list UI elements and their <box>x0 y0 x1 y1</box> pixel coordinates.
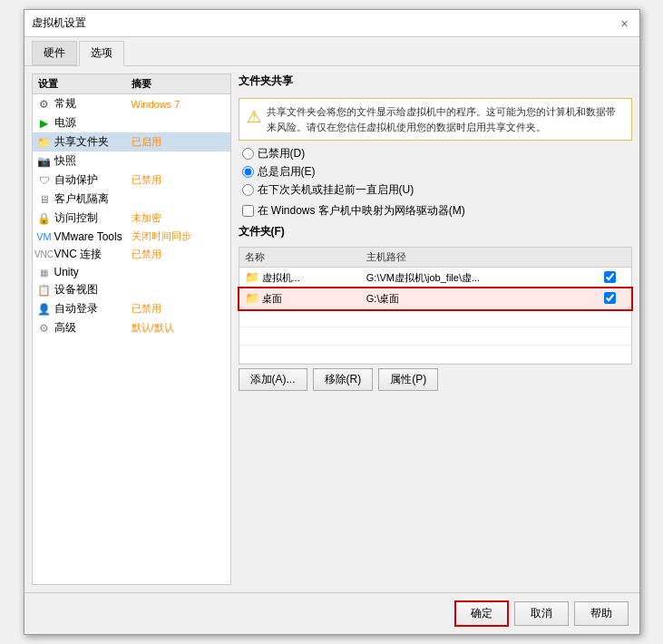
radio-next-shutdown[interactable]: 在下次关机或挂起前一直启用(U) <box>242 182 632 198</box>
content-area: 设置 摘要 ⚙ 常规 Windows 7 ▶ 电源 <box>24 66 639 592</box>
tab-bar: 硬件 选项 <box>24 37 639 66</box>
folder-section: 文件夹(F) 名称 主机路径 <box>239 224 632 391</box>
sidebar-item-access[interactable]: 🔒 访问控制 未加密 <box>33 209 230 228</box>
access-icon: 🔒 <box>38 212 51 225</box>
folder-table-empty-3 <box>239 346 631 364</box>
map-network-drive-checkbox[interactable]: 在 Windows 客户机中映射为网络驱动器(M) <box>239 203 632 219</box>
warning-text: 共享文件夹会将您的文件显示给虚拟机中的程序。这可能为您的计算机和数据带来风险。请… <box>267 104 624 134</box>
confirm-button[interactable]: 确定 <box>454 600 509 627</box>
radio-disabled[interactable]: 已禁用(D) <box>242 146 632 161</box>
unity-icon: ▦ <box>38 266 51 278</box>
folder-table-row-1[interactable]: 📁 虚拟机... G:\VM虚拟机\job_file\虚... <box>239 268 631 288</box>
remove-folder-button[interactable]: 移除(R) <box>313 368 374 391</box>
autologin-icon: 👤 <box>38 303 51 316</box>
right-panel: 文件夹共享 ⚠ 共享文件夹会将您的文件显示给虚拟机中的程序。这可能为您的计算机和… <box>239 73 632 585</box>
sidebar-item-vnc[interactable]: VNC VNC 连接 已禁用 <box>33 245 230 264</box>
cancel-button[interactable]: 取消 <box>514 601 569 626</box>
radio-always-input[interactable] <box>242 166 254 178</box>
folder-button-row: 添加(A)... 移除(R) 属性(P) <box>239 368 632 391</box>
warning-icon: ⚠ <box>247 105 261 134</box>
radio-always[interactable]: 总是启用(E) <box>242 164 632 180</box>
sidebar-item-deviceview[interactable]: 📋 设备视图 <box>33 280 230 299</box>
advanced-icon: ⚙ <box>38 322 51 335</box>
title-bar: 虚拟机设置 × <box>24 10 639 37</box>
folder-table-header: 名称 主机路径 <box>239 248 631 268</box>
folder-table-empty-2 <box>239 327 631 346</box>
left-panel: 设置 摘要 ⚙ 常规 Windows 7 ▶ 电源 <box>32 73 231 585</box>
bottom-bar: 确定 取消 帮助 <box>24 592 639 634</box>
sidebar-item-unity[interactable]: ▦ Unity <box>33 264 230 280</box>
sidebar-item-autoprotect[interactable]: 🛡 自动保护 已禁用 <box>33 171 230 190</box>
dialog-title: 虚拟机设置 <box>32 15 86 31</box>
sidebar-item-autologin[interactable]: 👤 自动登录 已禁用 <box>33 299 230 318</box>
radio-next-shutdown-input[interactable] <box>242 184 254 196</box>
sidebar-item-isolation[interactable]: 🖥 客户机隔离 <box>33 190 230 209</box>
folder-icon-2: 📁 <box>245 291 259 305</box>
tab-options[interactable]: 选项 <box>79 41 124 66</box>
dialog: 虚拟机设置 × 硬件 选项 设置 摘要 ⚙ 常规 Windows 7 <box>24 9 640 635</box>
properties-folder-button[interactable]: 属性(P) <box>378 368 438 391</box>
sidebar-item-power[interactable]: ▶ 电源 <box>33 113 230 132</box>
sidebar-item-general[interactable]: ⚙ 常规 Windows 7 <box>33 94 230 113</box>
warning-box: ⚠ 共享文件夹会将您的文件显示给虚拟机中的程序。这可能为您的计算机和数据带来风险… <box>239 98 632 141</box>
close-button[interactable]: × <box>618 16 632 31</box>
sharing-radio-group: 已禁用(D) 总是启用(E) 在下次关机或挂起前一直启用(U) <box>239 146 632 198</box>
left-panel-header: 设置 摘要 <box>33 74 230 94</box>
vnc-icon: VNC <box>38 249 51 261</box>
general-icon: ⚙ <box>38 98 51 111</box>
help-button[interactable]: 帮助 <box>574 601 629 626</box>
sidebar-item-vmwaretools[interactable]: VM VMware Tools 关闭时间同步 <box>33 228 230 245</box>
folder-row1-checkbox[interactable] <box>604 271 616 283</box>
deviceview-icon: 📋 <box>38 284 51 297</box>
sidebar-item-advanced[interactable]: ⚙ 高级 默认/默认 <box>33 318 230 337</box>
power-icon: ▶ <box>38 117 51 130</box>
tab-hardware[interactable]: 硬件 <box>32 41 77 65</box>
autoprotect-icon: 🛡 <box>38 174 51 187</box>
section-title: 文件夹共享 <box>239 73 632 89</box>
folder-table-wrap: 名称 主机路径 📁 虚拟机... G:\VM虚拟 <box>239 247 632 365</box>
snapshot-icon: 📷 <box>38 155 51 168</box>
vmwaretools-icon: VM <box>38 230 51 243</box>
folder-table-row-2[interactable]: 📁 桌面 G:\桌面 <box>239 288 631 309</box>
folder-table: 名称 主机路径 📁 虚拟机... G:\VM虚拟 <box>239 248 631 364</box>
folder-section-title: 文件夹(F) <box>239 224 632 239</box>
folder-icon-1: 📁 <box>245 270 259 284</box>
sidebar-item-shared-folder[interactable]: 📁 共享文件夹 已启用 <box>33 132 230 151</box>
radio-disabled-input[interactable] <box>242 148 254 160</box>
sidebar-item-snapshot[interactable]: 📷 快照 <box>33 151 230 171</box>
folder-table-empty-1 <box>239 309 631 327</box>
folder-row2-checkbox[interactable] <box>604 292 616 304</box>
shared-folder-icon: 📁 <box>38 136 51 149</box>
isolation-icon: 🖥 <box>38 193 51 206</box>
map-network-drive-input[interactable] <box>242 205 254 217</box>
add-folder-button[interactable]: 添加(A)... <box>239 368 307 391</box>
